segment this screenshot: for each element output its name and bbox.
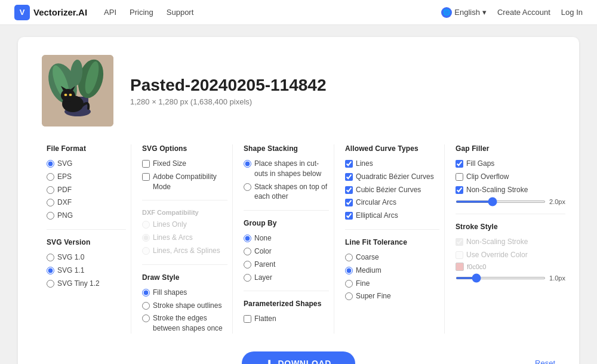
download-button[interactable]: ⬇ DOWNLOAD — [242, 351, 355, 364]
nav-pricing[interactable]: Pricing — [130, 8, 153, 17]
logo-text: Vectorizer.AI — [33, 7, 87, 17]
curve-elliptical[interactable]: Elliptical Arcs — [345, 211, 439, 221]
format-dxf[interactable]: DXF — [47, 198, 126, 208]
stroke-style-title: Stroke Style — [456, 223, 565, 231]
allowed-curves-group: Lines Quadratic Bézier Curves Cubic Bézi… — [345, 159, 439, 221]
svg-options-col: SVG Options Fixed Size Adobe Compatibili… — [137, 144, 233, 334]
file-info: Pasted-20240205-114842 1,280 × 1,280 px … — [42, 55, 555, 127]
svg-options-title: SVG Options — [142, 144, 227, 153]
navbar-right: 🌐 English ▾ Create Account Log In — [441, 7, 583, 18]
svg-point-12 — [64, 94, 67, 96]
group-parent[interactable]: Parent — [244, 260, 329, 270]
line-fit-title: Line Fit Tolerance — [345, 238, 439, 246]
format-pdf[interactable]: PDF — [47, 185, 126, 195]
download-icon: ⬇ — [266, 359, 273, 364]
stroke-slider[interactable] — [456, 277, 546, 279]
stroke-override-color[interactable]: Use Override Color — [456, 250, 565, 260]
gap-filler-col: Gap Filler Fill Gaps Clip Overflow Non-S… — [451, 144, 570, 334]
group-layer[interactable]: Layer — [244, 273, 329, 283]
line-fit-group: Coarse Medium Fine Super Fine — [345, 252, 439, 301]
stroke-value: 1.0px — [549, 274, 565, 282]
group-by-title: Group By — [244, 219, 329, 227]
draw-style-title: Draw Style — [142, 273, 227, 282]
curve-cubic[interactable]: Cubic Bézier Curves — [345, 185, 439, 195]
svg-version-title: SVG Version — [47, 238, 126, 246]
logo[interactable]: V Vectorizer.AI — [14, 5, 87, 20]
version-11[interactable]: SVG 1.1 — [47, 266, 126, 276]
curve-lines[interactable]: Lines — [345, 159, 439, 169]
dxf-lines-only[interactable]: Lines Only — [142, 220, 227, 230]
svg-point-9 — [61, 89, 75, 102]
download-label: DOWNLOAD — [278, 359, 332, 364]
preview-image — [42, 55, 113, 127]
color-value: f0c0c0 — [467, 263, 486, 270]
fill-gaps-option[interactable]: Fill Gaps — [456, 159, 565, 169]
clip-overflow-option[interactable]: Clip Overflow — [456, 172, 565, 182]
fixed-size-option[interactable]: Fixed Size — [142, 159, 227, 169]
gap-filler-value: 2.0px — [549, 198, 565, 205]
language-label: English — [454, 8, 480, 17]
shape-stacking-title: Shape Stacking — [244, 144, 329, 153]
allowed-curves-title: Allowed Curve Types — [345, 144, 439, 153]
group-none[interactable]: None — [244, 233, 329, 243]
shape-stacking-col: Shape Stacking Place shapes in cut-outs … — [239, 144, 334, 334]
format-svg[interactable]: SVG — [47, 159, 126, 169]
nav-support[interactable]: Support — [167, 8, 194, 17]
param-shapes-group: Flatten — [244, 314, 329, 324]
stroke-style-group: Non-Scaling Stroke Use Override Color — [456, 237, 565, 260]
dxf-lines-arcs-splines[interactable]: Lines, Arcs & Splines — [142, 246, 227, 256]
svg-point-13 — [69, 94, 72, 96]
group-color[interactable]: Color — [244, 246, 329, 257]
dxf-lines-arcs[interactable]: Lines & Arcs — [142, 233, 227, 243]
version-tiny[interactable]: SVG Tiny 1.2 — [47, 279, 126, 289]
draw-stroke-edges[interactable]: Stroke the edges between shapes once — [142, 313, 227, 334]
svg-version-group: SVG 1.0 SVG 1.1 SVG Tiny 1.2 — [47, 252, 126, 288]
nav-api[interactable]: API — [104, 8, 116, 17]
format-eps[interactable]: EPS — [47, 172, 126, 182]
draw-style-group: Fill shapes Stroke shape outlines Stroke… — [142, 288, 227, 334]
fit-fine[interactable]: Fine — [345, 279, 439, 289]
file-name: Pasted-20240205-114842 — [130, 76, 326, 95]
shape-stacking-group: Place shapes in cut-outs in shapes below… — [244, 159, 329, 202]
file-dimensions: 1,280 × 1,280 px (1,638,400 pixels) — [130, 97, 326, 106]
color-swatch — [456, 263, 464, 271]
file-format-col: File Format SVG EPS PDF DXF PNG SVG Vers… — [42, 144, 131, 334]
stack-top[interactable]: Stack shapes on top of each other — [244, 182, 329, 202]
non-scaling-stroke-option[interactable]: Non-Scaling Stroke — [456, 185, 565, 195]
fit-medium[interactable]: Medium — [345, 266, 439, 276]
curve-circular[interactable]: Circular Arcs — [345, 198, 439, 208]
stroke-slider-row: 1.0px — [456, 274, 565, 282]
allowed-curves-col: Allowed Curve Types Lines Quadratic Bézi… — [340, 144, 445, 334]
globe-icon: 🌐 — [441, 7, 452, 18]
stroke-non-scaling[interactable]: Non-Scaling Stroke — [456, 237, 565, 247]
version-10[interactable]: SVG 1.0 — [47, 252, 126, 263]
dxf-compat-group: Lines Only Lines & Arcs Lines, Arcs & Sp… — [142, 220, 227, 255]
dxf-compat-title: DXF Compatibility — [142, 209, 227, 216]
draw-fill[interactable]: Fill shapes — [142, 288, 227, 298]
flatten-option[interactable]: Flatten — [244, 314, 329, 324]
curve-quadratic[interactable]: Quadratic Bézier Curves — [345, 172, 439, 182]
stack-cutouts[interactable]: Place shapes in cut-outs in shapes below — [244, 159, 329, 179]
language-button[interactable]: 🌐 English ▾ — [441, 7, 487, 18]
reset-link[interactable]: Reset — [535, 359, 555, 364]
create-account-link[interactable]: Create Account — [497, 8, 550, 17]
file-meta: Pasted-20240205-114842 1,280 × 1,280 px … — [130, 76, 326, 106]
color-row: f0c0c0 — [456, 263, 565, 271]
navbar: V Vectorizer.AI API Pricing Support 🌐 En… — [0, 0, 597, 25]
navbar-links: API Pricing Support — [104, 8, 193, 17]
bottom-bar: ⬇ DOWNLOAD Reset — [42, 351, 555, 364]
chevron-down-icon: ▾ — [482, 8, 487, 17]
gap-filler-slider[interactable] — [456, 200, 546, 203]
gap-filler-group: Fill Gaps Clip Overflow Non-Scaling Stro… — [456, 159, 565, 195]
fit-coarse[interactable]: Coarse — [345, 252, 439, 263]
adobe-compat-option[interactable]: Adobe Compatibility Mode — [142, 172, 227, 192]
file-format-group: SVG EPS PDF DXF PNG — [47, 159, 126, 221]
draw-stroke-outlines[interactable]: Stroke shape outlines — [142, 301, 227, 311]
fit-super-fine[interactable]: Super Fine — [345, 291, 439, 301]
login-link[interactable]: Log In — [561, 8, 583, 17]
main-card: Pasted-20240205-114842 1,280 × 1,280 px … — [18, 37, 579, 364]
logo-icon: V — [14, 5, 30, 20]
format-png[interactable]: PNG — [47, 211, 126, 221]
gap-filler-title: Gap Filler — [456, 144, 565, 153]
gap-filler-slider-row: 2.0px — [456, 198, 565, 205]
